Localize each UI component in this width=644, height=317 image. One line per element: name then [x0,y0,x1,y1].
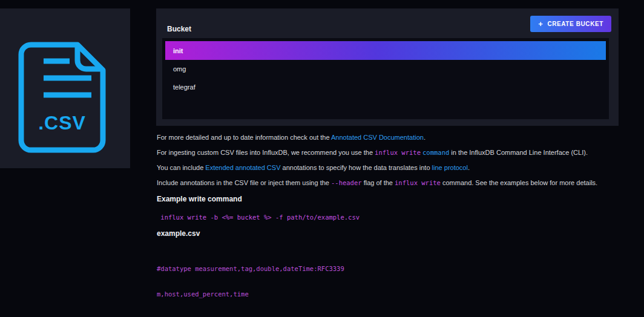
bucket-row-telegraf[interactable]: telegraf [165,78,606,96]
csv-extension-label: .CSV [18,112,106,134]
docs-content: For more detailed and up to date informa… [157,134,635,317]
csv-line: m,host,used_percent,time [157,290,635,298]
example-write-command-heading: Example write command [157,195,635,203]
write-command-code: influx write -b <%= bucket %> -f path/to… [157,214,635,221]
paragraph-text: annotations to specify how the data tran… [280,164,432,171]
info-paragraph-1: For more detailed and up to date informa… [157,134,635,142]
paragraph-text: . [424,134,426,141]
info-paragraph-3: You can include Extended annotated CSV a… [157,164,635,172]
influx-write-inline-code: influx write [395,179,441,186]
annotated-csv-documentation-link[interactable]: Annotated CSV Documentation [331,134,424,141]
influx-write-inline-code: influx write [375,149,421,156]
info-paragraph-4: Include annotations in the CSV file or i… [157,179,635,187]
bucket-list: init omg telegraf [162,38,609,119]
create-bucket-button[interactable]: +CREATE BUCKET [530,16,611,32]
bucket-row-omg[interactable]: omg [165,60,606,78]
header-flag-inline-code: --header [331,179,362,186]
paragraph-text: You can include [157,164,205,171]
paragraph-text: flag of the [362,179,395,186]
csv-file-icon: .CSV [18,42,106,154]
plus-icon: + [538,20,543,28]
bucket-name: init [173,47,183,54]
paragraph-text: For more detailed and up to date informa… [157,134,331,141]
example-csv-code-block: #datatype measurement,tag,double,dateTim… [157,247,635,317]
paragraph-text: in the InfluxDB Command Line Interface (… [449,149,588,156]
bucket-panel-title: Bucket [167,25,191,33]
paragraph-text: . [468,164,470,171]
bucket-name: telegraf [173,83,196,91]
create-bucket-label: CREATE BUCKET [547,21,603,27]
line-protocol-link[interactable]: line protocol [432,164,468,171]
bucket-panel: Bucket +CREATE BUCKET init omg telegraf [156,8,619,126]
info-paragraph-2: For ingesting custom CSV files into Infl… [157,149,635,157]
csv-file-card: .CSV [0,8,130,168]
example-csv-heading: example.csv [157,230,635,238]
paragraph-text: Include annotations in the CSV file or i… [157,179,331,186]
csv-line: #datatype measurement,tag,double,dateTim… [157,264,635,273]
bucket-name: omg [173,65,186,73]
command-link[interactable]: command [422,149,449,156]
paragraph-text: command. See the examples below for more… [441,179,597,186]
extended-annotated-csv-link[interactable]: Extended annotated CSV [205,164,280,171]
bucket-row-init[interactable]: init [165,41,606,60]
paragraph-text: For ingesting custom CSV files into Infl… [157,149,375,156]
